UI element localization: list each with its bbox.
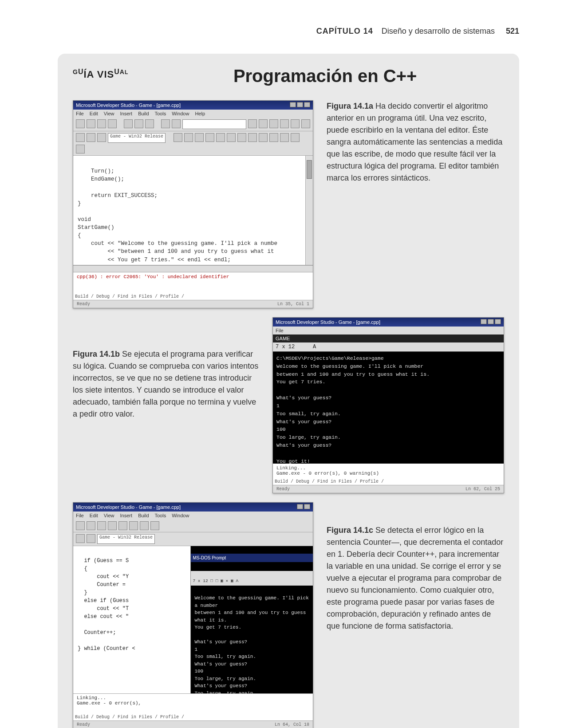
compile-error: cpp(36) : error C2065: 'You' : undeclare… <box>77 274 229 279</box>
tool-icon[interactable] <box>227 133 236 142</box>
prompt-toolbar: 7 x 12 □ □ ▣ ✕ ▣ A <box>191 571 313 586</box>
figure-text: Se detecta el error lógico en la sentenc… <box>327 526 503 630</box>
close-icon <box>304 504 310 509</box>
font-icon[interactable]: A <box>313 344 316 350</box>
figure-label: Figura 14.1a <box>327 102 373 110</box>
menu-edit[interactable]: Edit <box>90 111 98 116</box>
visual-guide-panel: GUÍA VISUAL Programación en C++ Microsof… <box>58 54 519 728</box>
class-icon[interactable] <box>87 133 95 142</box>
screenshot-14-1b: Microsoft Developer Studio - Game - [gam… <box>272 317 504 493</box>
stop-icon[interactable] <box>291 119 300 128</box>
caption-14-1b: Figura 14.1b Se ejecuta el programa para… <box>73 317 259 420</box>
build-icon[interactable] <box>280 119 289 128</box>
figure-label: Figura 14.1b <box>73 350 120 358</box>
tool-icon[interactable] <box>195 133 204 142</box>
menu-file[interactable]: File <box>76 111 84 116</box>
save-icon[interactable] <box>97 119 106 128</box>
build-output: Linking... Game.exe - 0 error(s), 0 warn… <box>273 464 504 485</box>
tool-icon[interactable] <box>291 133 300 142</box>
tool-icon[interactable] <box>184 133 193 142</box>
menu-help[interactable]: Help <box>195 111 205 116</box>
prompt-output: Welcome to the guessing game. I'll pick … <box>194 595 308 693</box>
toolbar-config: Game - Win32 Release <box>73 131 313 156</box>
menu-bar: File Edit View Insert Build Tools Window <box>73 512 313 519</box>
paste-icon[interactable] <box>140 521 149 530</box>
caption-14-1a: Figura 14.1a Ha decido convertir el algo… <box>327 100 504 184</box>
caption-14-1c: Figura 14.1c Se detecta el error lógico … <box>327 502 504 632</box>
find-files-icon[interactable] <box>259 119 268 128</box>
tool-icon[interactable] <box>216 133 225 142</box>
menu-file[interactable]: File <box>276 328 284 333</box>
menu-insert[interactable]: Insert <box>120 513 133 518</box>
go-icon[interactable] <box>301 119 310 128</box>
toolbar-main <box>73 118 313 131</box>
save-icon[interactable] <box>97 521 106 530</box>
paste-icon[interactable] <box>145 119 154 128</box>
save-all-icon[interactable] <box>108 521 117 530</box>
panel-title: Programación en C++ <box>146 66 504 86</box>
find-icon[interactable] <box>248 119 257 128</box>
new-icon[interactable] <box>76 521 85 530</box>
menu-file[interactable]: File <box>76 513 84 518</box>
project-icon[interactable] <box>76 534 85 543</box>
status-right: Ln 62, Col 25 <box>465 487 500 492</box>
config-combo[interactable]: Game - Win32 Release <box>97 534 155 544</box>
font-size-combo[interactable]: 7 x 12 <box>193 578 208 583</box>
minimize-icon <box>290 102 296 107</box>
tool-icon[interactable] <box>269 133 278 142</box>
menu-build[interactable]: Build <box>138 513 149 518</box>
menu-tools[interactable]: Tools <box>154 111 166 116</box>
splitter[interactable] <box>73 265 313 272</box>
open-icon[interactable] <box>87 119 95 128</box>
cut-icon[interactable] <box>124 119 133 128</box>
menu-view[interactable]: View <box>104 111 114 116</box>
menu-build[interactable]: Build <box>138 111 149 116</box>
menu-bar: File <box>273 327 504 334</box>
undo-icon[interactable] <box>161 119 170 128</box>
copy-icon[interactable] <box>129 521 138 530</box>
cut-icon[interactable] <box>118 521 127 530</box>
status-left: Ready <box>77 722 90 727</box>
tool-icon[interactable] <box>174 133 182 142</box>
code-editor[interactable]: Turn(); EndGame(); return EXIT_SUCCESS; … <box>73 156 313 265</box>
open-icon[interactable] <box>87 521 95 530</box>
console-title-text: GAME <box>276 336 290 341</box>
undo-icon[interactable] <box>150 521 159 530</box>
output-tabs[interactable]: Build / Debug / Find in Files / Profile … <box>75 294 184 299</box>
find-combo[interactable] <box>182 119 246 129</box>
menu-tools[interactable]: Tools <box>154 513 166 518</box>
project-icon[interactable] <box>76 133 85 142</box>
menu-view[interactable]: View <box>104 513 114 518</box>
window-controls <box>289 102 310 108</box>
status-left: Ready <box>77 302 90 307</box>
tool-icon[interactable] <box>205 133 214 142</box>
console-toolbar: 7 x 12 A <box>273 342 504 351</box>
menu-edit[interactable]: Edit <box>90 513 98 518</box>
config-combo[interactable]: Game - Win32 Release <box>108 133 166 143</box>
font-size-combo[interactable]: 7 x 12 <box>276 344 302 350</box>
menu-window[interactable]: Window <box>172 111 189 116</box>
class-icon[interactable] <box>87 534 95 543</box>
tool-icon[interactable] <box>280 133 289 142</box>
code-editor[interactable]: if (Guess == S { cout << "Y Counter = } … <box>73 546 191 693</box>
redo-icon[interactable] <box>172 119 181 128</box>
output-tabs[interactable]: Build / Debug / Find in Files / Profile … <box>275 479 384 484</box>
tool-icon[interactable] <box>259 133 268 142</box>
menu-window[interactable]: Window <box>172 513 189 518</box>
status-bar: Ready Ln 64, Col 18 <box>73 720 313 728</box>
save-all-icon[interactable] <box>108 119 117 128</box>
menu-insert[interactable]: Insert <box>120 111 133 116</box>
prompt-title: MS-DOS Prompt <box>193 555 226 561</box>
screenshot-14-1c: Microsoft Developer Studio - Game - [gam… <box>73 502 313 728</box>
tool-icon[interactable] <box>237 133 246 142</box>
scrollbar-vertical[interactable] <box>305 156 313 265</box>
compile-icon[interactable] <box>269 119 278 128</box>
maximize-icon <box>297 102 303 107</box>
copy-icon[interactable] <box>134 119 143 128</box>
output-tabs[interactable]: Build / Debug / Find in Files / Profile … <box>75 715 184 720</box>
new-icon[interactable] <box>76 119 85 128</box>
tool-icon[interactable] <box>248 133 257 142</box>
window-titlebar: Microsoft Developer Studio - Game - [gam… <box>73 101 313 110</box>
tool-icon[interactable] <box>76 145 85 153</box>
build-result: Game.exe - 0 error(s), <box>77 700 309 706</box>
